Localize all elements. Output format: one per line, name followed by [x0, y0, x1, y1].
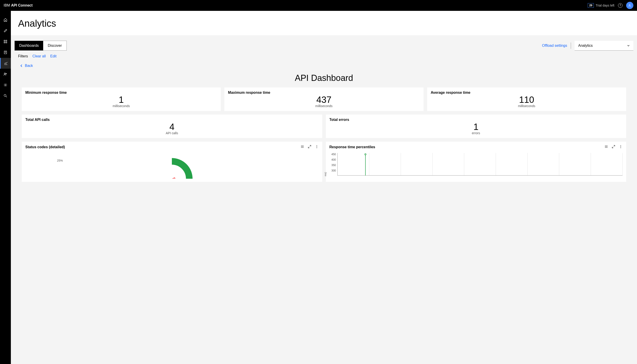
back-label: Back [25, 64, 33, 68]
charts-row: Status codes (detailed) 25% [11, 138, 637, 182]
svg-rect-1 [6, 40, 7, 41]
svg-point-10 [5, 84, 6, 86]
svg-rect-2 [4, 42, 5, 43]
y-axis-unit: ms) [324, 172, 327, 176]
offload-settings-link[interactable]: Offload settings [542, 44, 567, 48]
edit-filters-link[interactable]: Edit [50, 54, 57, 58]
metrics-row-1: Minimum response time 1 milliseconds Max… [11, 88, 637, 111]
filters-row: Filters Clear all Edit [11, 50, 637, 62]
grid-col [591, 153, 622, 175]
svg-line-12 [6, 96, 7, 98]
line-chart: 450 400 350 300 ms) [330, 149, 623, 176]
grid-col [369, 153, 401, 175]
svg-point-27 [620, 146, 621, 147]
tab-discover[interactable]: Discover [43, 41, 66, 50]
donut-slice-label: 25% [57, 159, 63, 162]
gear-icon [4, 83, 8, 87]
grid-icon [4, 40, 8, 44]
card-total-calls: Total API calls 4 API calls [22, 114, 322, 138]
svg-rect-3 [6, 42, 7, 43]
users-icon [4, 72, 8, 76]
donut-chart: 25% [25, 149, 318, 179]
analytics-select[interactable]: Analytics [575, 41, 633, 50]
y-tick: 350 [330, 164, 336, 169]
sidebar-item-members[interactable] [0, 69, 11, 80]
filters-label: Filters [18, 54, 28, 58]
help-icon[interactable]: ? [618, 3, 622, 8]
clear-all-link[interactable]: Clear all [33, 54, 46, 58]
y-tick: 450 [330, 153, 336, 158]
top-header: IBM API Connect 29 Trial days left ? JL [0, 0, 637, 11]
y-tick: 400 [330, 158, 336, 164]
grid-col [464, 153, 496, 175]
tab-dashboards[interactable]: Dashboards [15, 41, 43, 50]
svg-point-26 [620, 145, 621, 146]
grid-col [401, 153, 433, 175]
chart-area: ms) [337, 153, 623, 176]
header-right: 29 Trial days left ? JL [588, 2, 633, 9]
card-response-percentiles: Response time percentiles 450 400 350 30… [326, 142, 626, 182]
card-title: Total errors [330, 118, 623, 122]
metric-unit: errors [330, 131, 623, 135]
home-icon [4, 18, 8, 22]
y-axis: 450 400 350 300 [330, 153, 337, 175]
chart-icon [4, 61, 8, 65]
svg-point-11 [4, 94, 6, 96]
card-title: Minimum response time [25, 90, 217, 95]
svg-rect-0 [4, 40, 5, 41]
back-link[interactable]: Back [11, 62, 637, 68]
card-max-response: Maximum response time 437 milliseconds [224, 88, 423, 111]
avatar[interactable]: JL [626, 2, 633, 9]
select-value: Analytics [578, 44, 593, 48]
page-header: Analytics [11, 11, 637, 35]
trial-badge[interactable]: 29 Trial days left [588, 3, 614, 8]
sidebar [0, 11, 11, 364]
expand-icon[interactable] [308, 145, 311, 149]
metric-value: 110 [431, 95, 622, 104]
card-title: Average response time [431, 90, 622, 95]
svg-point-28 [620, 148, 621, 148]
grid-col [433, 153, 464, 175]
card-title: Total API calls [25, 118, 318, 122]
svg-point-18 [316, 145, 317, 146]
dashboard-title: API Dashboard [11, 68, 637, 88]
metrics-row-2: Total API calls 4 API calls Total errors… [11, 111, 637, 138]
card-title: Response time percentiles [330, 145, 375, 149]
svg-point-8 [4, 73, 6, 74]
svg-point-9 [6, 73, 7, 74]
tabs: Dashboards Discover [15, 41, 67, 50]
divider [571, 42, 571, 49]
chart-actions [604, 145, 622, 149]
main-content: Analytics Dashboards Discover Offload se… [11, 11, 637, 364]
metric-value: 4 [25, 122, 318, 131]
expand-icon[interactable] [612, 145, 615, 149]
donut-segment-success-1 [172, 161, 189, 179]
card-title: Status codes (detailed) [25, 145, 65, 149]
data-line [365, 154, 366, 176]
list-view-icon[interactable] [300, 145, 304, 149]
grid-col [528, 153, 559, 175]
sidebar-item-search[interactable] [0, 90, 11, 101]
brand-name: API Connect [11, 4, 33, 7]
sidebar-item-analytics[interactable] [0, 58, 11, 69]
sidebar-item-settings[interactable] [0, 80, 11, 90]
sidebar-item-apps[interactable] [0, 36, 11, 47]
chevron-down-icon [627, 44, 630, 47]
grid-col [496, 153, 528, 175]
metric-unit: milliseconds [431, 104, 622, 108]
chart-actions [300, 145, 318, 149]
sidebar-item-develop[interactable] [0, 25, 11, 36]
sidebar-item-home[interactable] [0, 14, 11, 25]
y-tick: 300 [330, 169, 336, 175]
list-view-icon[interactable] [604, 145, 608, 149]
chevron-left-icon [20, 64, 23, 67]
metric-value: 437 [228, 95, 420, 104]
overflow-menu-icon[interactable] [619, 145, 622, 149]
metric-unit: milliseconds [228, 104, 420, 108]
sidebar-item-catalog[interactable] [0, 47, 11, 58]
metric-unit: milliseconds [25, 104, 217, 108]
metric-value: 1 [330, 122, 623, 131]
svg-point-20 [316, 148, 317, 148]
overflow-menu-icon[interactable] [315, 145, 318, 149]
card-min-response: Minimum response time 1 milliseconds [22, 88, 221, 111]
